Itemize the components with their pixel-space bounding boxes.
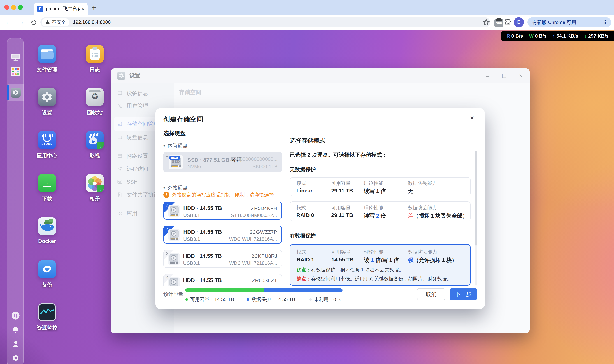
chrome-update-button[interactable]: 有新版 Chrome 可用 ⋮ (528, 17, 611, 27)
browser-tabstrip: F pmpm - 飞牛私有云fnOS × + (0, 0, 614, 15)
section-protection: 有数据保护 (290, 232, 316, 240)
browser-tab[interactable]: F pmpm - 飞牛私有云fnOS × (34, 2, 88, 15)
address-bar[interactable]: 不安全 192.168.8.4:8000 (40, 17, 490, 27)
disk-write-speed: W 0 B/s (529, 33, 547, 39)
desktop-icon-files[interactable]: 文件管理 (38, 45, 56, 63)
disk-card-external-1[interactable]: ✓ HDD · 14.55 TB ZR5D4KFH USB3.1 ST16000… (163, 202, 282, 220)
dock-settings-button[interactable] (7, 88, 24, 98)
desktop-wallpaper: R 0 B/s W 0 B/s ↑ 54.1 KB/s ↓ 297 KB/s (0, 30, 614, 364)
disk-card-external-2[interactable]: ✓ HDD · 14.55 TB 2CGWZZ7P USB3.1 WDC WUH… (163, 226, 282, 244)
mode-card-linear[interactable]: 模式 可用容量 理论性能 数据防丢能力 Linear 29.11 TB 读写 1… (290, 177, 471, 196)
capacity-progress-bar (185, 288, 343, 292)
hdd-icon (168, 229, 180, 241)
hdd-icon (168, 277, 180, 286)
cancel-button[interactable]: 取消 (417, 288, 445, 300)
modal-scrollbar[interactable] (475, 151, 477, 286)
dock-desktop-button[interactable] (7, 53, 24, 62)
network-icon (117, 153, 123, 159)
window-minimize-button[interactable]: – (486, 72, 489, 79)
dock-divider (9, 81, 22, 81)
settings-titlebar[interactable]: 设置 – □ × (111, 68, 530, 83)
desktop-icon-settings[interactable]: 设置 (38, 88, 56, 106)
desktop-icon-label: Docker (27, 238, 67, 244)
desktop-icon-photos[interactable]: ↓ 相册 (86, 174, 104, 192)
desktop-icon-backup[interactable]: 备份 (38, 260, 56, 278)
hdd-icon (168, 253, 180, 265)
profile-avatar[interactable]: E (514, 17, 524, 27)
adblock-off-label: OFF (496, 22, 502, 25)
sidebar-item-device-info[interactable]: 设备信息 (111, 88, 174, 99)
traffic-close-button[interactable] (4, 5, 9, 10)
desktop-icon-monitor[interactable]: 资源监控 (38, 303, 56, 321)
desktop-icon-recycle[interactable]: ♻ 回收站 (86, 88, 104, 106)
group-external-disks[interactable]: ▾ 外接硬盘 (163, 184, 188, 191)
recycle-bin-icon: ♻ (86, 88, 104, 106)
disk-number: 4 (166, 275, 168, 280)
capacity-protection-segment (264, 288, 343, 292)
dock-apps-button[interactable] (7, 67, 24, 76)
window-maximize-button[interactable]: □ (502, 72, 506, 79)
group-internal-disks[interactable]: ▾ 内置硬盘 (163, 142, 188, 149)
chrome-update-label: 有新版 Chrome 可用 (532, 19, 576, 26)
clipboard-icon (86, 45, 104, 63)
dock-transfer-button[interactable] (7, 311, 24, 320)
gear-app-icon (38, 88, 56, 106)
bell-icon (11, 326, 20, 334)
disk-card-external-4[interactable]: 4 HDD · 14.55 TB ZR60SEZT (163, 274, 282, 286)
desktop-icon-label: 文件管理 (27, 66, 67, 73)
raid1-cons: 缺点：存储空间利用率低。适用于对关键数据备份，如照片、财务数据。 (297, 276, 452, 282)
storage-icon (117, 121, 123, 127)
scrollbar-thumb[interactable] (475, 151, 477, 246)
check-icon: ✓ (165, 226, 169, 232)
next-step-button[interactable]: 下一步 (449, 288, 477, 300)
desktop-icon-docker[interactable]: Docker (38, 217, 56, 235)
check-icon: ✓ (165, 203, 169, 208)
warning-triangle-icon (45, 20, 50, 24)
dock-panel (7, 38, 24, 364)
traffic-zoom-button[interactable] (18, 5, 23, 10)
disk-card-external-3[interactable]: 3 HDD · 14.55 TB 2CKPU8RJ USB3.1 WDC WUH… (163, 250, 282, 268)
section-no-protection: 无数据保护 (290, 166, 316, 173)
selected-count-text: 已选择 2 块硬盘。可选择以下存储模式： (290, 151, 387, 159)
code-icon (117, 179, 123, 185)
adblock-cap (496, 18, 502, 21)
back-button[interactable]: ← (5, 18, 12, 26)
legend-dot-gray (309, 298, 312, 301)
desktop-icon-download[interactable]: ↓ 下载 (38, 174, 56, 192)
adblock-off-icon[interactable]: OFF (494, 19, 503, 27)
security-chip[interactable]: 不安全 (42, 18, 69, 26)
mode-card-raid0[interactable]: 模式 可用容量 理论性能 数据防丢能力 RAID 0 29.11 TB 读写 2… (290, 201, 471, 221)
browser-menu-icon[interactable]: ⋮ (602, 19, 608, 26)
desktop-icon-label: 资源监控 (27, 324, 67, 332)
select-mode-heading: 选择存储模式 (290, 137, 325, 145)
desktop-icon-appstore[interactable]: STORE 应用中心 (38, 131, 56, 149)
resource-chart-icon (38, 303, 56, 321)
dock-account-button[interactable] (7, 340, 24, 348)
reload-button[interactable] (30, 19, 37, 26)
photos-flower-icon: ↓ (86, 174, 104, 192)
window-close-button[interactable]: × (519, 72, 522, 79)
disk-number: 1 (166, 153, 168, 158)
select-disks-heading: 选择硬盘 (163, 130, 186, 137)
modal-close-icon[interactable]: × (470, 114, 474, 122)
extensions-icon[interactable] (504, 18, 512, 26)
mode-card-raid1[interactable]: 模式 可用容量 理论性能 数据防丢能力 RAID 1 14.55 TB 读 1 … (290, 244, 471, 286)
disk-number: 3 (166, 251, 168, 256)
security-label: 不安全 (52, 19, 66, 26)
hdd-icon (168, 205, 180, 217)
legend-unused: 未利用：0 B (309, 296, 341, 303)
dock-notifications-button[interactable] (7, 326, 24, 334)
user-icon (117, 103, 123, 109)
bookmark-star-icon[interactable] (482, 18, 490, 26)
new-tab-button[interactable]: + (92, 4, 96, 12)
desktop-icon-video[interactable]: ▶ ↓ 影视 (86, 131, 104, 149)
desktop-icon-logs[interactable]: 日志 (86, 45, 104, 63)
disk-card-internal-1[interactable]: 1 SSD fnOS SSD · 877.51 GB 可用 AA00000000… (163, 152, 282, 172)
traffic-minimize-button[interactable] (11, 5, 16, 10)
forward-button[interactable]: → (18, 18, 24, 26)
tab-close-icon[interactable]: × (82, 6, 84, 12)
dock-preferences-button[interactable] (7, 354, 24, 362)
desktop-icon-label: 影视 (75, 152, 114, 159)
warning-icon: ! (163, 192, 169, 198)
paper-plane-icon (117, 166, 123, 172)
